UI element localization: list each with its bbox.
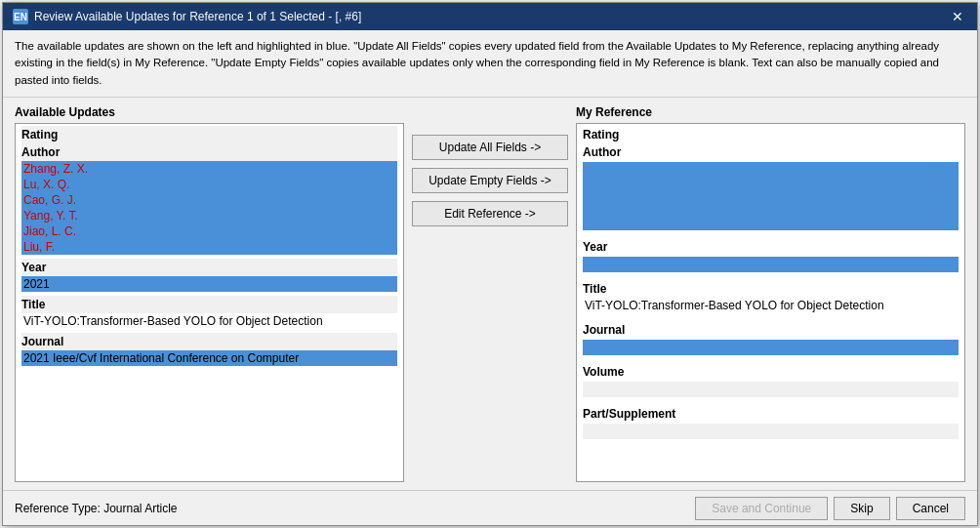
app-icon: EN [13, 9, 28, 24]
my-part-value [583, 424, 959, 439]
author-item-3: Yang, Y. T. [21, 208, 397, 223]
title-header: Title [21, 296, 397, 313]
author-header: Author [21, 143, 397, 161]
my-reference-list[interactable]: Rating Author Year Title Vi [576, 123, 965, 482]
title-bar-left: EN Review Available Updates for Referenc… [13, 9, 361, 24]
title-bar: EN Review Available Updates for Referenc… [3, 3, 977, 30]
author-item-1: Lu, X. Q. [21, 177, 397, 192]
my-reference-panel: My Reference Rating Author Year [576, 105, 965, 482]
my-author-header: Author [583, 143, 959, 161]
my-volume-section: Volume [577, 361, 964, 403]
my-reference-label: My Reference [576, 105, 965, 119]
available-updates-list[interactable]: Rating Author Zhang, Z. X. Lu, X. Q. Cao… [15, 123, 404, 482]
my-part-header: Part/Supplement [583, 405, 959, 423]
title-section: Title ViT-YOLO:Transformer-Based YOLO fo… [16, 294, 403, 331]
my-journal-value [583, 340, 959, 355]
my-volume-value [583, 382, 959, 397]
my-year-header: Year [583, 238, 959, 256]
save-continue-button[interactable]: Save and Continue [695, 497, 828, 520]
cancel-button[interactable]: Cancel [896, 497, 965, 520]
ref-type-label: Reference Type: Journal Article [15, 502, 178, 515]
window-title: Review Available Updates for Reference 1… [34, 10, 361, 23]
my-title-section: Title ViT-YOLO:Transformer-Based YOLO fo… [577, 278, 964, 319]
title-value: ViT-YOLO:Transformer-Based YOLO for Obje… [21, 313, 397, 329]
available-updates-scroll[interactable]: Rating Author Zhang, Z. X. Lu, X. Q. Cao… [16, 124, 403, 481]
year-section: Year 2021 [16, 257, 403, 294]
my-title-header: Title [583, 280, 959, 298]
main-content: Available Updates Rating Author Zhang, Z… [3, 98, 977, 490]
author-section: Author Zhang, Z. X. Lu, X. Q. Cao, G. J.… [16, 142, 403, 257]
middle-buttons: Update All Fields -> Update Empty Fields… [412, 105, 568, 482]
my-year-value [583, 257, 959, 272]
year-value: 2021 [21, 276, 397, 292]
my-author-section: Author [577, 142, 964, 236]
my-rating-section: Rating [577, 124, 964, 142]
edit-reference-button[interactable]: Edit Reference -> [412, 201, 568, 226]
my-year-section: Year [577, 236, 964, 278]
year-header: Year [21, 259, 397, 276]
update-all-fields-button[interactable]: Update All Fields -> [412, 135, 568, 160]
skip-button[interactable]: Skip [834, 497, 889, 520]
author-item-0: Zhang, Z. X. [21, 161, 397, 177]
dialog: EN Review Available Updates for Referenc… [2, 2, 978, 526]
author-item-2: Cao, G. J. [21, 192, 397, 208]
bottom-bar: Reference Type: Journal Article Save and… [3, 490, 977, 525]
available-updates-label: Available Updates [15, 105, 404, 119]
my-title-value: ViT-YOLO:Transformer-Based YOLO for Obje… [583, 298, 959, 313]
author-item-4: Jiao, L. C. [21, 223, 397, 239]
available-updates-panel: Available Updates Rating Author Zhang, Z… [15, 105, 404, 482]
my-journal-header: Journal [583, 321, 959, 339]
description-area: The available updates are shown on the l… [3, 30, 977, 98]
journal-section: Journal 2021 Ieee/Cvf International Conf… [16, 331, 403, 368]
close-button[interactable]: ✕ [948, 8, 967, 25]
author-item-5: Liu, F. [21, 239, 397, 255]
my-part-section: Part/Supplement [577, 403, 964, 445]
my-reference-scroll[interactable]: Rating Author Year Title Vi [577, 124, 964, 481]
bottom-buttons: Save and Continue Skip Cancel [695, 497, 965, 520]
journal-value: 2021 Ieee/Cvf International Conference o… [21, 350, 397, 366]
description-text: The available updates are shown on the l… [15, 40, 939, 86]
my-journal-section: Journal [577, 319, 964, 361]
rating-section: Rating [16, 124, 403, 142]
update-empty-fields-button[interactable]: Update Empty Fields -> [412, 168, 568, 193]
journal-header: Journal [21, 333, 397, 350]
my-volume-header: Volume [583, 363, 959, 381]
my-author-value [583, 162, 959, 230]
